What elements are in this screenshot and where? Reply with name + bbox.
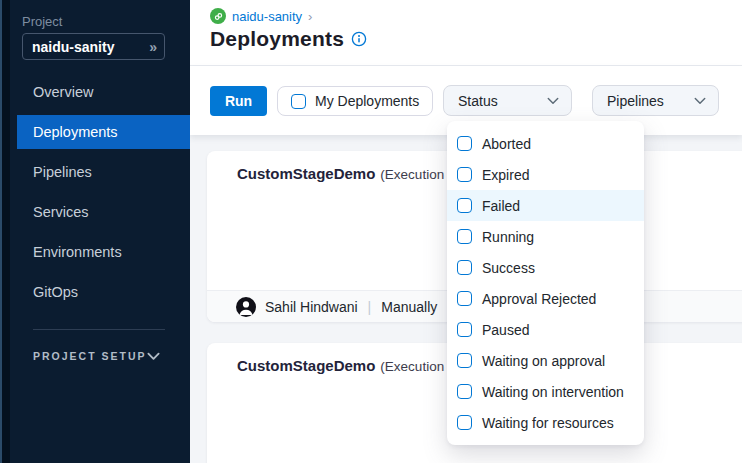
status-filter-label: Status bbox=[458, 93, 498, 109]
user-avatar-icon bbox=[236, 297, 256, 317]
pipeline-name: CustomStageDemo bbox=[237, 165, 375, 182]
chevron-down-icon bbox=[147, 352, 160, 361]
sidebar-item-services[interactable]: Services bbox=[10, 192, 190, 232]
status-option-paused[interactable]: Paused bbox=[447, 314, 644, 345]
project-selector[interactable]: naidu-sanity » bbox=[22, 33, 165, 60]
sidebar-divider bbox=[33, 329, 165, 330]
status-option-waiting-on-intervention[interactable]: Waiting on intervention bbox=[447, 376, 644, 407]
checkbox[interactable] bbox=[457, 291, 472, 306]
status-option-label: Waiting for resources bbox=[482, 415, 614, 431]
status-option-label: Expired bbox=[482, 167, 529, 183]
trigger-type: Manually bbox=[381, 299, 437, 315]
checkbox[interactable] bbox=[457, 260, 472, 275]
status-option-label: Approval Rejected bbox=[482, 291, 596, 307]
sidebar-item-environments[interactable]: Environments bbox=[10, 232, 190, 272]
footer-separator: | bbox=[368, 299, 372, 315]
status-option-label: Success bbox=[482, 260, 535, 276]
checkbox[interactable] bbox=[457, 167, 472, 182]
chevron-down-icon bbox=[547, 97, 559, 105]
triggered-by-user: Sahil Hindwani bbox=[265, 299, 358, 315]
sidebar-item-gitops[interactable]: GitOps bbox=[10, 272, 190, 312]
project-setup-toggle[interactable]: PROJECT SETUP bbox=[33, 350, 170, 362]
page-title: Deployments bbox=[210, 27, 344, 51]
page-header: naidu-sanity › Deployments bbox=[190, 0, 742, 66]
status-option-waiting-on-approval[interactable]: Waiting on approval bbox=[447, 345, 644, 376]
breadcrumb: naidu-sanity › bbox=[210, 8, 312, 24]
run-button[interactable]: Run bbox=[210, 86, 267, 116]
my-deployments-toggle[interactable]: My Deployments bbox=[277, 86, 433, 116]
page-title-row: Deployments bbox=[210, 27, 367, 51]
chevron-down-icon bbox=[694, 97, 706, 105]
app-window: Project naidu-sanity » Overview Deployme… bbox=[0, 0, 742, 463]
pipelines-filter-dropdown[interactable]: Pipelines bbox=[592, 85, 719, 116]
checkbox[interactable] bbox=[457, 229, 472, 244]
cd-module-icon bbox=[210, 8, 226, 24]
checkbox[interactable] bbox=[457, 322, 472, 337]
my-deployments-checkbox[interactable] bbox=[291, 94, 306, 109]
status-option-failed[interactable]: Failed bbox=[447, 190, 644, 221]
checkbox[interactable] bbox=[457, 136, 472, 151]
sidebar-nav: Overview Deployments Pipelines Services … bbox=[10, 72, 190, 312]
execution-title: CustomStageDemo(Execution Id bbox=[237, 165, 459, 183]
checkbox[interactable] bbox=[457, 353, 472, 368]
status-option-expired[interactable]: Expired bbox=[447, 159, 644, 190]
checkbox[interactable] bbox=[457, 384, 472, 399]
execution-title: CustomStageDemo(Execution Id bbox=[237, 357, 459, 375]
pipeline-name: CustomStageDemo bbox=[237, 357, 375, 374]
status-option-label: Waiting on approval bbox=[482, 353, 605, 369]
pipelines-filter-label: Pipelines bbox=[607, 93, 664, 109]
info-icon[interactable] bbox=[351, 31, 367, 47]
status-option-waiting-for-resources[interactable]: Waiting for resources bbox=[447, 407, 644, 438]
status-option-label: Waiting on intervention bbox=[482, 384, 624, 400]
status-option-label: Paused bbox=[482, 322, 529, 338]
project-sidebar: Project naidu-sanity » Overview Deployme… bbox=[0, 0, 190, 463]
status-option-success[interactable]: Success bbox=[447, 252, 644, 283]
status-option-aborted[interactable]: Aborted bbox=[447, 128, 644, 159]
status-option-running[interactable]: Running bbox=[447, 221, 644, 252]
status-option-label: Running bbox=[482, 229, 534, 245]
status-filter-menu: Aborted Expired Failed Running Success A… bbox=[447, 121, 644, 445]
project-setup-label: PROJECT SETUP bbox=[33, 350, 147, 362]
status-option-label: Failed bbox=[482, 198, 520, 214]
module-rail bbox=[0, 0, 10, 463]
sidebar-item-pipelines[interactable]: Pipelines bbox=[10, 152, 190, 192]
breadcrumb-chevron-icon: › bbox=[308, 9, 312, 24]
double-chevron-right-icon: » bbox=[149, 39, 155, 55]
status-option-label: Aborted bbox=[482, 136, 531, 152]
status-filter-dropdown[interactable]: Status bbox=[443, 85, 572, 116]
project-selector-value: naidu-sanity bbox=[32, 39, 149, 55]
sidebar-item-overview[interactable]: Overview bbox=[10, 72, 190, 112]
sidebar-item-deployments[interactable]: Deployments bbox=[17, 115, 190, 149]
checkbox[interactable] bbox=[457, 415, 472, 430]
checkbox[interactable] bbox=[457, 198, 472, 213]
status-option-approval-rejected[interactable]: Approval Rejected bbox=[447, 283, 644, 314]
my-deployments-label: My Deployments bbox=[315, 93, 419, 109]
project-label: Project bbox=[22, 14, 62, 29]
breadcrumb-project-link[interactable]: naidu-sanity bbox=[232, 9, 302, 24]
